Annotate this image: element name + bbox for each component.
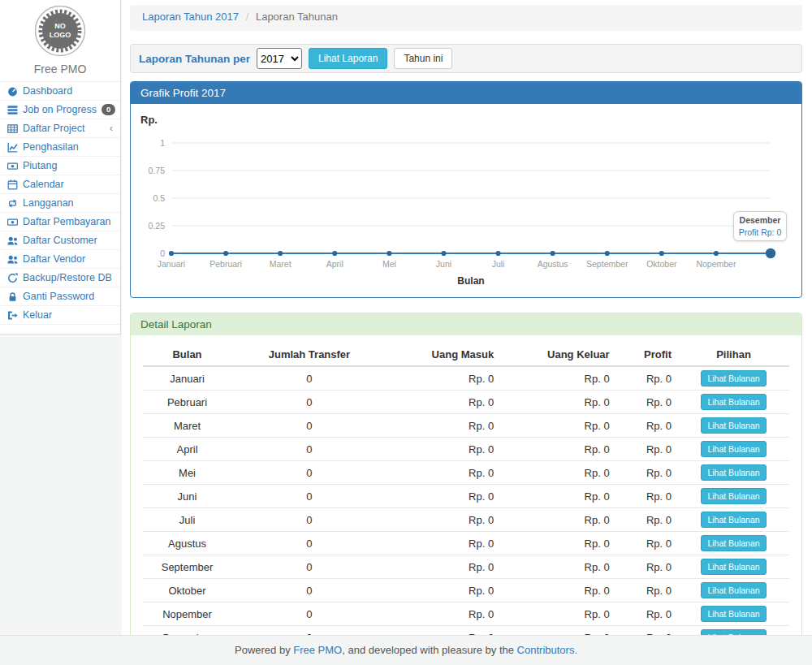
- svg-text:Januari: Januari: [158, 259, 185, 269]
- lihat-bulanan-button[interactable]: Lihat Bulanan: [701, 370, 766, 386]
- year-select[interactable]: 2017: [257, 48, 302, 69]
- table-row: Maret0Rp. 0Rp. 0Rp. 0Lihat Bulanan: [143, 414, 789, 438]
- lihat-bulanan-button[interactable]: Lihat Bulanan: [701, 512, 766, 528]
- lihat-bulanan-button[interactable]: Lihat Bulanan: [701, 417, 766, 434]
- svg-text:Agustus: Agustus: [538, 259, 568, 269]
- svg-text:Juli: Juli: [492, 259, 505, 269]
- svg-text:LOGO: LOGO: [50, 31, 71, 39]
- cell-jumlah-transfer: 0: [231, 414, 387, 438]
- detail-panel-title: Detail Laporan: [131, 313, 801, 335]
- sidebar-item-job-on-progress[interactable]: Job on Progress 0: [0, 101, 120, 119]
- column-header-pilihan: Pilihan: [678, 343, 789, 366]
- table-icon: [7, 123, 18, 134]
- cell-profit: Rp. 0: [616, 602, 678, 626]
- sidebar-item-label: Job on Progress: [23, 104, 97, 115]
- cell-uang-masuk: Rp. 0: [387, 414, 500, 438]
- cell-profit: Rp. 0: [616, 532, 678, 555]
- svg-text:0.25: 0.25: [149, 221, 166, 231]
- column-header-uang-masuk: Uang Masuk: [387, 343, 500, 366]
- retweet-icon: [7, 198, 18, 209]
- cell-pilihan: Lihat Bulanan: [678, 579, 789, 602]
- table-row: Pebruari0Rp. 0Rp. 0Rp. 0Lihat Bulanan: [143, 391, 789, 414]
- sidebar-item-piutang[interactable]: Piutang: [0, 157, 120, 175]
- lihat-bulanan-button[interactable]: Lihat Bulanan: [701, 464, 766, 481]
- cell-pilihan: Lihat Bulanan: [678, 366, 789, 391]
- breadcrumb-link[interactable]: Laporan Tahun 2017: [142, 11, 239, 23]
- table-row: Oktober0Rp. 0Rp. 0Rp. 0Lihat Bulanan: [143, 579, 789, 602]
- cell-jumlah-transfer: 0: [231, 602, 387, 626]
- sidebar-item-daftar-customer[interactable]: Daftar Customer: [0, 231, 120, 250]
- lihat-bulanan-button[interactable]: Lihat Bulanan: [701, 606, 766, 622]
- svg-text:Maret: Maret: [270, 259, 292, 269]
- profit-chart-panel: Grafik Profit 2017 Rp. 00.250.50.751Janu…: [130, 81, 802, 298]
- lihat-bulanan-button[interactable]: Lihat Bulanan: [701, 394, 766, 410]
- cell-uang-masuk: Rp. 0: [387, 485, 500, 508]
- sidebar-item-label: Daftar Project: [23, 123, 84, 134]
- tooltip-value: Profit Rp: 0: [736, 227, 784, 237]
- cell-profit: Rp. 0: [616, 414, 678, 438]
- sidebar-item-label: Piutang: [23, 160, 57, 171]
- table-row: September0Rp. 0Rp. 0Rp. 0Lihat Bulanan: [143, 555, 789, 579]
- cell-uang-masuk: Rp. 0: [387, 438, 500, 461]
- tahun-ini-button[interactable]: Tahun ini: [394, 48, 452, 69]
- sidebar-item-calendar[interactable]: Calendar: [0, 175, 120, 194]
- contributors-link[interactable]: Contributors.: [517, 644, 577, 656]
- cell-jumlah-transfer: 0: [231, 391, 387, 414]
- sidebar-item-langganan[interactable]: Langganan: [0, 194, 120, 213]
- tasks-icon: [7, 105, 18, 115]
- cell-jumlah-transfer: 0: [231, 532, 387, 555]
- cell-pilihan: Lihat Bulanan: [678, 532, 789, 555]
- cell-pilihan: Lihat Bulanan: [678, 485, 789, 508]
- sidebar-item-daftar-vendor[interactable]: Daftar Vendor: [0, 250, 120, 269]
- sidebar-item-penghasilan[interactable]: Penghasilan: [0, 138, 120, 157]
- chart-area: Rp. 00.250.50.751JanuariPebruariMaretApr…: [131, 104, 801, 297]
- table-header-row: Bulan Jumlah Transfer Uang Masuk Uang Ke…: [143, 343, 789, 366]
- lihat-laporan-button[interactable]: Lihat Laporan: [309, 48, 387, 69]
- users-icon: [7, 235, 18, 246]
- money-icon: [7, 161, 18, 171]
- column-header-uang-keluar: Uang Keluar: [500, 343, 615, 366]
- sidebar-item-daftar-pembayaran[interactable]: Daftar Pembayaran: [0, 213, 120, 231]
- cell-uang-keluar: Rp. 0: [500, 485, 615, 508]
- cell-uang-keluar: Rp. 0: [500, 508, 615, 532]
- svg-text:Oktober: Oktober: [646, 259, 677, 269]
- lihat-bulanan-button[interactable]: Lihat Bulanan: [701, 559, 766, 575]
- table-row: Januari0Rp. 0Rp. 0Rp. 0Lihat Bulanan: [143, 366, 789, 391]
- svg-text:April: April: [326, 259, 343, 269]
- cell-profit: Rp. 0: [616, 555, 678, 579]
- table-row: Nopember0Rp. 0Rp. 0Rp. 0Lihat Bulanan: [143, 602, 789, 626]
- cell-bulan: Juni: [143, 485, 231, 508]
- sidebar-item-daftar-project[interactable]: Daftar Project ‹: [0, 119, 120, 138]
- report-filter-panel: Laporan Tahunan per 2017 Lihat Laporan T…: [130, 44, 802, 73]
- lihat-bulanan-button[interactable]: Lihat Bulanan: [701, 582, 766, 598]
- free-pmo-link[interactable]: Free PMO: [293, 644, 342, 656]
- cell-profit: Rp. 0: [616, 391, 678, 414]
- sidebar-item-ganti-password[interactable]: Ganti Password: [0, 287, 120, 306]
- cell-uang-keluar: Rp. 0: [500, 555, 615, 579]
- lihat-bulanan-button[interactable]: Lihat Bulanan: [701, 535, 766, 551]
- cell-uang-keluar: Rp. 0: [500, 602, 615, 626]
- cell-jumlah-transfer: 0: [231, 508, 387, 532]
- cell-uang-keluar: Rp. 0: [500, 414, 615, 438]
- sidebar-item-backup-restore-db[interactable]: Backup/Restore DB: [0, 269, 120, 287]
- cell-uang-keluar: Rp. 0: [500, 461, 615, 485]
- cell-uang-keluar: Rp. 0: [500, 366, 615, 391]
- sidebar-item-keluar[interactable]: Keluar: [0, 306, 120, 325]
- chevron-left-icon: ‹: [110, 123, 113, 133]
- cell-pilihan: Lihat Bulanan: [678, 414, 789, 438]
- svg-text:Mei: Mei: [382, 259, 396, 269]
- no-logo-badge: NO LOGO: [34, 5, 86, 57]
- sidebar-item-label: Keluar: [23, 309, 52, 321]
- column-header-bulan: Bulan: [143, 343, 231, 366]
- cell-uang-masuk: Rp. 0: [387, 602, 500, 626]
- breadcrumb: Laporan Tahun 2017 / Laporan Tahunan: [130, 5, 802, 31]
- sidebar-item-dashboard[interactable]: Dashboard: [0, 82, 120, 101]
- lihat-bulanan-button[interactable]: Lihat Bulanan: [701, 488, 766, 504]
- svg-text:Pebruari: Pebruari: [209, 259, 242, 269]
- sidebar-item-label: Dashboard: [23, 85, 72, 97]
- cell-profit: Rp. 0: [616, 508, 678, 532]
- profit-line-chart[interactable]: 00.250.50.751JanuariPebruariMaretAprilMe…: [131, 104, 801, 297]
- cell-uang-masuk: Rp. 0: [387, 366, 500, 391]
- lihat-bulanan-button[interactable]: Lihat Bulanan: [701, 441, 766, 457]
- svg-text:0.5: 0.5: [153, 193, 165, 203]
